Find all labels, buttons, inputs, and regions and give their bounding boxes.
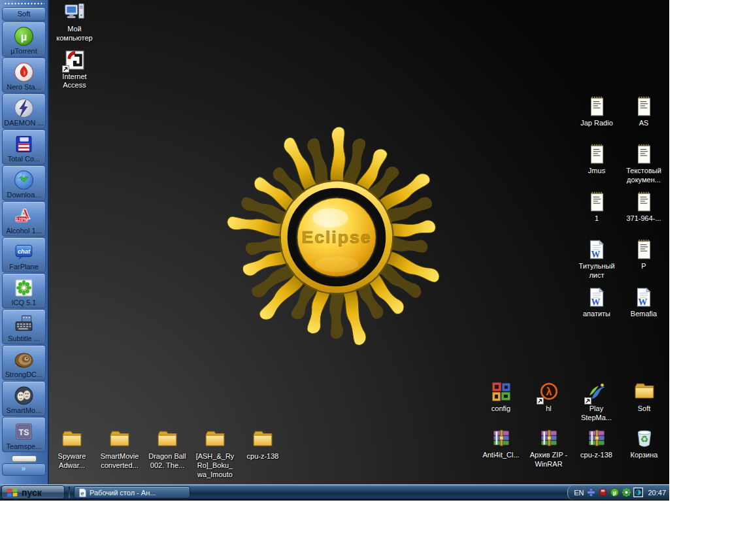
folder-icon — [108, 429, 131, 451]
desktop-icon-spyware[interactable]: Spyware Adwar... — [48, 429, 95, 479]
desktop-icon-титульный[interactable]: WТитульный лист — [573, 239, 620, 286]
desktop-icon-bemafia[interactable]: WBemafia — [620, 286, 667, 334]
sidebar-item-label: DAEMON ... — [4, 119, 44, 127]
strongdc-tray-icon[interactable] — [586, 487, 596, 497]
sidebar-item-icq-5-1[interactable]: ICQ 5.1 — [2, 273, 46, 308]
icq-icon — [13, 277, 35, 299]
desktop-icon-label: SmartMovie converted... — [101, 452, 139, 470]
sidebar-more-button[interactable]: » — [2, 463, 46, 476]
wallpaper-sun-logo: Eclipse — [214, 115, 459, 359]
sidebar-item-soft[interactable]: Soft — [2, 7, 46, 21]
desktop-icon-as[interactable]: AS — [620, 95, 667, 143]
desktop-icon-label: hl — [546, 404, 552, 414]
sidebar-item-µtorrent[interactable]: µµTorrent — [2, 22, 46, 57]
sidebar-item-label: StrongDC... — [5, 371, 42, 379]
desktop-icon-cpu-z-138[interactable]: cpu-z-138 — [239, 429, 286, 479]
desktop-icon-cpu-z-138[interactable]: cpu-z-138 — [573, 427, 620, 474]
smartmovie-icon — [13, 385, 35, 406]
notepad-icon — [586, 143, 608, 165]
desktop-icon-апатиты[interactable]: Wапатиты — [573, 286, 620, 334]
sidebar-item-strongdc[interactable]: StrongDC... — [2, 345, 46, 380]
sidebar-item-total-co[interactable]: Total Co... — [2, 129, 46, 165]
desktop-icon-label: Корзина — [631, 451, 658, 460]
sidebar-drag-handle[interactable] — [3, 2, 44, 6]
desktop-icon-dragon-ball[interactable]: Dragon Ball 002. The... — [144, 429, 191, 479]
winrar-icon — [490, 427, 512, 450]
language-indicator[interactable]: EN — [574, 489, 584, 497]
desktop-icon-371-964[interactable]: 371-964-... — [620, 191, 667, 239]
taskbar: пуск e Рабочий стол - Ан... EN µ 20:47 — [0, 484, 669, 501]
desktop-icon-jmus[interactable]: Jmus — [573, 143, 620, 191]
desktop-icon-group-right: Jap RadioASJmusТекстовый докумен...1371-… — [573, 95, 667, 334]
sidebar-item-teamspe[interactable]: TSTeamspe... — [2, 417, 46, 452]
sidebar-item-nero-sta[interactable]: Nero Sta... — [2, 58, 46, 93]
svg-text:µ: µ — [21, 31, 27, 42]
system-tray: EN µ 20:47 — [567, 486, 669, 500]
desktop-icon-config[interactable]: config — [478, 381, 525, 427]
taskbar-divider — [69, 487, 70, 498]
clock[interactable]: 20:47 — [648, 489, 666, 497]
notepad-icon — [633, 239, 655, 261]
sidebar-item-daemon[interactable]: DAEMON ... — [2, 93, 46, 129]
desktop-icon-ash-ry[interactable]: [ASH_&_Ry Ro]_Boku_ wa_Imouto — [191, 429, 239, 479]
desktop-icon-label: Текстовый докумен... — [626, 167, 661, 185]
download-tray-icon[interactable] — [598, 487, 608, 497]
desktop-icon-p[interactable]: P — [620, 239, 667, 286]
icq-tray-icon[interactable] — [622, 487, 631, 497]
sidebar-item-label: Alcohol 1... — [6, 227, 41, 235]
utorrent-tray-icon[interactable]: µ — [610, 487, 620, 497]
sidebar-item-label: Nero Sta... — [7, 83, 41, 91]
svg-text:W: W — [639, 297, 648, 307]
task-button-label: Рабочий стол - Ан... — [90, 489, 156, 497]
daemon-icon — [13, 97, 35, 119]
desktop-icon-hl[interactable]: λhl — [525, 381, 573, 427]
taskbar-task-button[interactable]: e Рабочий стол - Ан... — [74, 486, 190, 499]
svg-text:e: e — [81, 489, 84, 496]
desktop-icon-label: апатиты — [583, 310, 610, 319]
sidebar-item-downloa[interactable]: Downloa... — [2, 165, 46, 201]
desktop-icon-jap-radio[interactable]: Jap Radio — [573, 95, 620, 143]
sidebar-item-label: FarPlane — [9, 263, 39, 271]
desktop-icon-label: Архив ZIP - WinRAR — [530, 451, 568, 469]
desktop-icon-label: config — [491, 404, 510, 414]
start-button[interactable]: пуск — [1, 486, 65, 499]
sidebar-item-smartmo[interactable]: SmartMo... — [2, 381, 46, 416]
desktop-icon-корзина[interactable]: ♻Корзина — [621, 427, 668, 474]
svg-text:W: W — [591, 297, 601, 307]
desktop-icon-internet[interactable]: Internet Access — [51, 49, 98, 91]
sidebar-item-subtitle[interactable]: Subtitle ... — [2, 309, 46, 344]
desktop-icon-anti4it-cl[interactable]: Anti4it_Cl... — [478, 427, 525, 474]
internet-access-icon — [63, 49, 86, 71]
download-master-icon — [13, 169, 35, 191]
desktop-icon-play[interactable]: Play StepMa... — [573, 381, 620, 427]
desktop-icon-label: Мой компьютер — [56, 25, 92, 43]
my-computer-icon — [63, 1, 86, 24]
desktop-icon-текстовый[interactable]: Текстовый докумен... — [620, 143, 667, 191]
desktop-icon-label: 1 — [595, 214, 599, 223]
sidebar-item-alcohol-1[interactable]: A120%Alcohol 1... — [2, 201, 46, 237]
desktop-icon-label: Soft — [638, 404, 651, 414]
winrar-icon — [538, 427, 560, 450]
desktop-icon-мой[interactable]: Мой компьютер — [51, 1, 98, 43]
desktop-icon-label: 371-964-... — [626, 214, 661, 223]
windows-logo-icon — [7, 487, 18, 497]
shortcut-arrow-icon — [62, 65, 69, 73]
sidebar-item-label: SmartMo... — [7, 406, 42, 415]
desktop-icon-label: cpu-z-138 — [247, 452, 279, 461]
desktop-icon-1[interactable]: 1 — [573, 191, 620, 239]
subtitle-icon — [13, 313, 35, 335]
shortcut-arrow-icon — [537, 397, 544, 404]
notepad-icon — [633, 143, 655, 165]
strongdc-icon — [13, 349, 35, 371]
farplane-icon: chat — [13, 241, 35, 263]
svg-text:120%: 120% — [16, 217, 27, 222]
desktop-icon-label: Bemafia — [631, 310, 657, 319]
sidebar-scroll-button[interactable] — [12, 455, 37, 462]
desktop-icon-архив-zip[interactable]: Архив ZIP - WinRAR — [525, 427, 573, 474]
svg-text:W: W — [591, 250, 601, 259]
player-tray-icon[interactable] — [633, 487, 643, 497]
word-icon: W — [586, 239, 608, 261]
sidebar-item-farplane[interactable]: chatFarPlane — [2, 237, 46, 272]
desktop-icon-soft[interactable]: Soft — [621, 381, 668, 427]
desktop-icon-smartmovie[interactable]: SmartMovie converted... — [96, 429, 143, 479]
